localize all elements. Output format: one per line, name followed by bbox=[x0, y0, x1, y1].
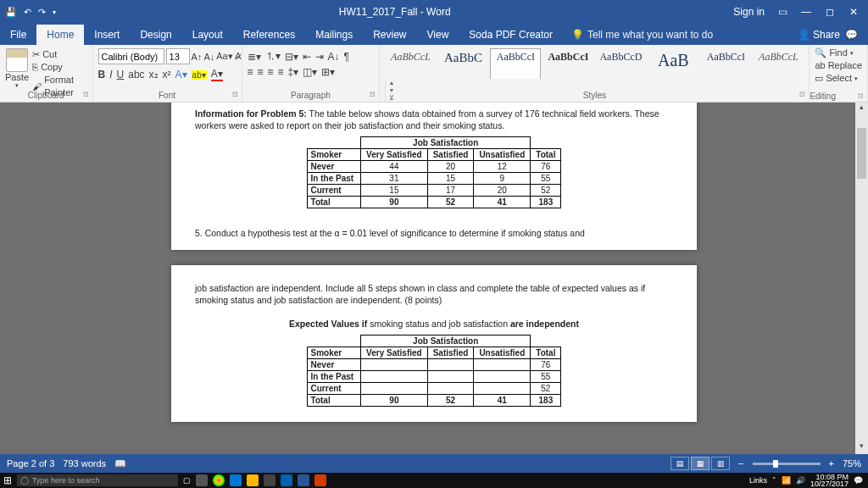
scroll-thumb[interactable] bbox=[857, 128, 866, 179]
close-icon[interactable]: ✕ bbox=[848, 6, 860, 18]
tab-home[interactable]: Home bbox=[36, 25, 84, 45]
underline-button[interactable]: U bbox=[117, 69, 125, 80]
word-icon[interactable] bbox=[298, 474, 309, 486]
scroll-down-icon[interactable]: ▾ bbox=[855, 441, 868, 454]
style-heading-1[interactable]: AaBbCHeading 1 bbox=[437, 48, 488, 79]
redo-icon[interactable]: ↷ bbox=[38, 7, 46, 18]
style-title[interactable]: AaBTitle bbox=[648, 48, 698, 79]
style-subtitle[interactable]: AaBbCcDSubtitle bbox=[595, 48, 646, 79]
borders-icon[interactable]: ⊞▾ bbox=[321, 66, 335, 78]
taskbar-app-8[interactable] bbox=[314, 474, 326, 486]
multilevel-icon[interactable]: ⊟▾ bbox=[285, 51, 298, 63]
select-button[interactable]: ▭Select ▾ bbox=[815, 72, 862, 85]
find-button[interactable]: 🔍Find ▾ bbox=[815, 47, 862, 59]
zoom-slider[interactable] bbox=[753, 463, 821, 465]
italic-button[interactable]: I bbox=[109, 69, 112, 80]
increase-indent-icon[interactable]: ⇥ bbox=[315, 51, 324, 63]
styles-gallery[interactable]: AaBbCcLEmphasisAaBbCHeading 1AaBbCcI¶ No… bbox=[385, 47, 804, 79]
read-mode-icon[interactable]: ▤ bbox=[670, 457, 689, 470]
zoom-in-icon[interactable]: + bbox=[829, 458, 834, 469]
comments-icon[interactable]: 💬 bbox=[845, 29, 858, 41]
page-1: Information for Problem 5: The table bel… bbox=[171, 103, 697, 250]
cut-button[interactable]: ✂Cut bbox=[32, 48, 86, 61]
grow-font-icon[interactable]: A↑ bbox=[192, 52, 203, 62]
zoom-level[interactable]: 75% bbox=[843, 458, 861, 469]
share-button[interactable]: 👤 Share bbox=[798, 29, 840, 41]
undo-icon[interactable]: ↶ bbox=[24, 7, 31, 18]
bold-button[interactable]: B bbox=[98, 69, 106, 80]
sort-icon[interactable]: A↓ bbox=[328, 51, 340, 63]
paragraph-marks-icon[interactable]: ¶ bbox=[344, 51, 349, 63]
replace-button[interactable]: abReplace bbox=[815, 59, 862, 72]
spell-check-icon[interactable]: 📖 bbox=[114, 458, 126, 469]
scroll-up-icon[interactable]: ▴ bbox=[855, 103, 868, 115]
explorer-icon[interactable] bbox=[247, 474, 259, 486]
tab-soda-pdf[interactable]: Soda PDF Creator bbox=[459, 25, 563, 45]
superscript-button[interactable]: x² bbox=[163, 69, 171, 80]
tab-design[interactable]: Design bbox=[130, 25, 181, 45]
bullets-icon[interactable]: ≣▾ bbox=[248, 51, 261, 63]
numbering-icon[interactable]: ⒈▾ bbox=[265, 49, 281, 64]
store-icon[interactable] bbox=[264, 474, 275, 486]
tab-view[interactable]: View bbox=[417, 25, 459, 45]
tab-insert[interactable]: Insert bbox=[84, 25, 130, 45]
shrink-font-icon[interactable]: A↓ bbox=[203, 52, 214, 62]
notifications-icon[interactable]: 💬 bbox=[854, 476, 863, 485]
clear-format-icon[interactable]: A̷ bbox=[235, 51, 242, 62]
align-left-icon[interactable]: ≡ bbox=[248, 66, 253, 78]
chrome-icon[interactable] bbox=[213, 474, 225, 486]
align-right-icon[interactable]: ≡ bbox=[268, 66, 274, 78]
style--normal[interactable]: AaBbCcI¶ Normal bbox=[490, 48, 541, 79]
style-emphasis[interactable]: AaBbCcLEmphasis bbox=[385, 48, 436, 79]
justify-icon[interactable]: ≡ bbox=[278, 66, 284, 78]
taskbar-app-1[interactable] bbox=[196, 474, 208, 486]
tab-references[interactable]: References bbox=[233, 25, 305, 45]
task-view-icon[interactable]: ▢ bbox=[183, 476, 191, 485]
signin-link[interactable]: Sign in bbox=[733, 6, 765, 18]
taskbar-search[interactable]: ◯Type here to search bbox=[17, 474, 178, 486]
start-icon[interactable]: ⊞ bbox=[3, 474, 12, 486]
copy-button[interactable]: ⎘Copy bbox=[32, 61, 86, 74]
tab-file[interactable]: File bbox=[0, 25, 36, 45]
edge-icon[interactable] bbox=[230, 474, 242, 486]
web-layout-icon[interactable]: ▥ bbox=[711, 457, 730, 470]
clipboard-group-label: Clipboard bbox=[0, 91, 92, 101]
style--no-spac-[interactable]: AaBbCcI¶ No Spac... bbox=[700, 48, 751, 79]
font-name-combo[interactable] bbox=[98, 48, 164, 64]
font-size-combo[interactable] bbox=[166, 48, 190, 64]
tab-review[interactable]: Review bbox=[363, 25, 416, 45]
print-layout-icon[interactable]: ▦ bbox=[691, 457, 709, 470]
vertical-scrollbar[interactable]: ▴ ▾ bbox=[855, 103, 868, 454]
scissors-icon: ✂ bbox=[32, 48, 40, 61]
style-subtle-em-[interactable]: AaBbCcLSubtle Em... bbox=[753, 48, 804, 79]
subscript-button[interactable]: x₂ bbox=[149, 69, 159, 80]
tell-me-search[interactable]: 💡Tell me what you want to do bbox=[571, 29, 713, 41]
highlight-icon[interactable]: ab▾ bbox=[192, 70, 207, 80]
align-center-icon[interactable]: ≡ bbox=[258, 66, 264, 78]
minimize-icon[interactable]: — bbox=[800, 6, 812, 18]
volume-icon[interactable]: 🔊 bbox=[796, 476, 805, 485]
font-color-icon[interactable]: A▾ bbox=[211, 68, 223, 81]
tab-mailings[interactable]: Mailings bbox=[305, 25, 363, 45]
network-icon[interactable]: 📶 bbox=[782, 476, 791, 485]
save-icon[interactable]: 💾 bbox=[5, 7, 17, 18]
zoom-out-icon[interactable]: − bbox=[738, 458, 743, 469]
ribbon-options-icon[interactable]: ▭ bbox=[776, 6, 788, 18]
mail-icon[interactable] bbox=[281, 474, 292, 486]
styles-up-icon[interactable]: ▴ bbox=[386, 79, 397, 86]
strike-button[interactable]: abc bbox=[128, 69, 144, 80]
style-strong[interactable]: AaBbCcIStrong bbox=[542, 48, 593, 79]
links-toolbar[interactable]: Links bbox=[749, 476, 767, 485]
line-spacing-icon[interactable]: ‡▾ bbox=[288, 66, 299, 78]
word-count[interactable]: 793 words bbox=[63, 458, 106, 469]
text-effects-icon[interactable]: A▾ bbox=[175, 69, 187, 80]
shading-icon[interactable]: ◫▾ bbox=[303, 66, 317, 78]
tray-chevron-icon[interactable]: ˄ bbox=[772, 476, 776, 485]
document-area[interactable]: Information for Problem 5: The table bel… bbox=[0, 103, 868, 454]
change-case-icon[interactable]: Aa▾ bbox=[216, 51, 232, 62]
tab-layout[interactable]: Layout bbox=[182, 25, 233, 45]
maximize-icon[interactable]: ◻ bbox=[824, 6, 836, 18]
tray-date[interactable]: 10/27/2017 bbox=[810, 480, 849, 487]
page-indicator[interactable]: Page 2 of 3 bbox=[7, 458, 54, 469]
decrease-indent-icon[interactable]: ⇤ bbox=[303, 51, 311, 63]
